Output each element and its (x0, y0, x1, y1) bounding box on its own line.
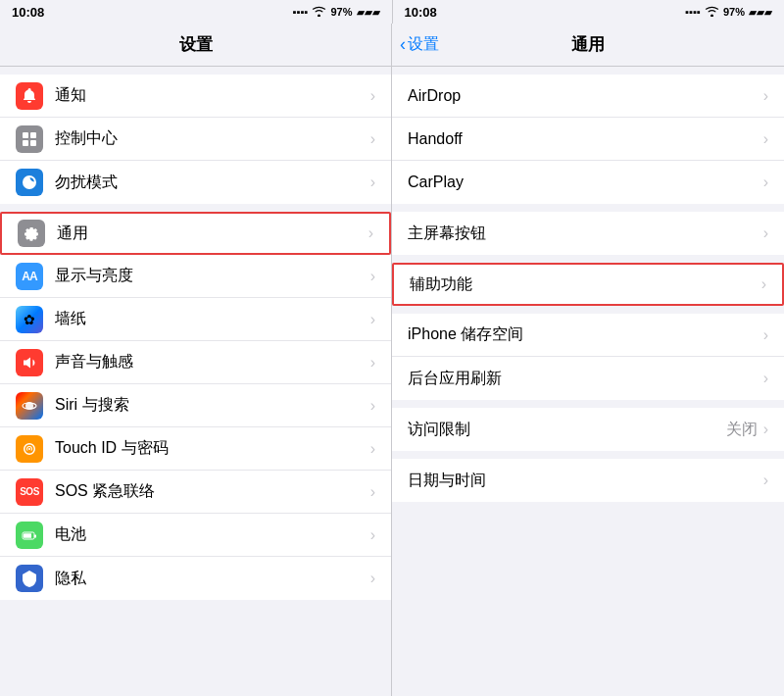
carplay-chevron: › (763, 174, 768, 191)
right-group-4: iPhone 储存空间 › 后台应用刷新 › (392, 314, 784, 400)
left-panel: 设置 通知 › 控制中心 › (0, 24, 392, 696)
settings-row-battery[interactable]: 电池 › (0, 514, 391, 557)
carplay-label: CarPlay (408, 174, 763, 191)
right-panel: ‹ 设置 通用 AirDrop › Handoff › CarPlay › (392, 24, 784, 696)
restrictions-value: 关闭 (726, 420, 758, 440)
sound-icon (16, 349, 43, 376)
back-button[interactable]: ‹ 设置 (400, 34, 439, 55)
siri-label: Siri 与搜索 (55, 395, 370, 416)
sos-label: SOS 紧急联络 (55, 481, 370, 502)
general-icon (18, 220, 45, 247)
left-nav-title: 设置 (179, 33, 213, 56)
settings-group-2: 通用 › AA 显示与亮度 › ✿ 墙纸 › 声音与触感 (0, 212, 391, 600)
storage-label: iPhone 储存空间 (408, 324, 763, 345)
settings-row-airdrop[interactable]: AirDrop › (392, 75, 784, 118)
wallpaper-chevron: › (370, 311, 375, 328)
settings-row-wallpaper[interactable]: ✿ 墙纸 › (0, 298, 391, 341)
battery-label: 电池 (55, 524, 370, 545)
home-button-chevron: › (763, 224, 768, 242)
notifications-icon (16, 82, 43, 110)
right-group-3: 辅助功能 › (392, 263, 784, 306)
right-panel-content: AirDrop › Handoff › CarPlay › 主屏幕按钮 › (392, 67, 784, 696)
left-wifi-icon (312, 5, 326, 19)
back-chevron-icon: ‹ (400, 35, 406, 53)
settings-row-general[interactable]: 通用 › (0, 212, 391, 255)
right-nav-title: 通用 (571, 33, 605, 56)
dnd-chevron: › (370, 174, 375, 191)
sound-label: 声音与触感 (55, 352, 370, 373)
touchid-icon (16, 435, 43, 463)
settings-row-datetime[interactable]: 日期与时间 › (392, 459, 784, 502)
right-group-2: 主屏幕按钮 › (392, 212, 784, 255)
settings-row-restrictions[interactable]: 访问限制 关闭 › (392, 408, 784, 451)
right-signal-icon: ▪▪▪▪ (685, 6, 701, 18)
airdrop-chevron: › (763, 87, 768, 105)
storage-chevron: › (763, 326, 768, 344)
settings-row-background-refresh[interactable]: 后台应用刷新 › (392, 357, 784, 400)
siri-icon (16, 392, 43, 420)
left-signal-icon: ▪▪▪▪ (293, 6, 309, 18)
right-battery-icon: ▰▰▰ (749, 7, 772, 18)
back-label: 设置 (408, 34, 439, 55)
sos-chevron: › (370, 483, 375, 501)
accessibility-label: 辅助功能 (410, 274, 761, 295)
settings-row-handoff[interactable]: Handoff › (392, 118, 784, 161)
display-label: 显示与亮度 (55, 266, 370, 286)
privacy-icon (16, 565, 43, 592)
left-nav-header: 设置 (0, 24, 391, 67)
svg-rect-3 (30, 140, 36, 146)
settings-group-1: 通知 › 控制中心 › 勿扰模式 › (0, 75, 391, 204)
settings-row-carplay[interactable]: CarPlay › (392, 161, 784, 204)
right-nav-header: ‹ 设置 通用 (392, 24, 784, 67)
handoff-label: Handoff (408, 130, 763, 148)
wallpaper-label: 墙纸 (55, 309, 370, 329)
general-chevron: › (368, 224, 373, 242)
settings-row-home-button[interactable]: 主屏幕按钮 › (392, 212, 784, 255)
settings-row-sos[interactable]: SOS SOS 紧急联络 › (0, 471, 391, 514)
siri-chevron: › (370, 397, 375, 415)
accessibility-chevron: › (761, 275, 766, 293)
general-label: 通用 (57, 224, 368, 244)
settings-row-control-center[interactable]: 控制中心 › (0, 118, 391, 161)
left-battery: 97% (330, 6, 352, 18)
touchid-label: Touch ID 与密码 (55, 438, 370, 459)
right-group-6: 日期与时间 › (392, 459, 784, 502)
settings-row-sound[interactable]: 声音与触感 › (0, 341, 391, 384)
battery-icon (16, 522, 43, 549)
svg-rect-7 (34, 534, 36, 537)
settings-row-siri[interactable]: Siri 与搜索 › (0, 384, 391, 427)
notifications-chevron: › (370, 87, 375, 105)
svg-rect-8 (24, 533, 31, 538)
privacy-label: 隐私 (55, 569, 370, 589)
handoff-chevron: › (763, 130, 768, 148)
touchid-chevron: › (370, 440, 375, 458)
svg-rect-1 (30, 132, 36, 138)
left-battery-icon: ▰▰▰ (357, 7, 380, 18)
settings-row-dnd[interactable]: 勿扰模式 › (0, 161, 391, 204)
restrictions-label: 访问限制 (408, 420, 726, 440)
settings-row-display[interactable]: AA 显示与亮度 › (0, 255, 391, 298)
settings-row-notifications[interactable]: 通知 › (0, 75, 391, 118)
svg-rect-2 (23, 140, 28, 146)
left-panel-content: 通知 › 控制中心 › 勿扰模式 › (0, 67, 391, 696)
display-chevron: › (370, 268, 375, 285)
home-button-label: 主屏幕按钮 (408, 224, 763, 244)
right-status-time: 10:08 (405, 5, 437, 20)
restrictions-chevron: › (763, 421, 768, 438)
wallpaper-icon: ✿ (16, 306, 43, 333)
settings-row-touchid[interactable]: Touch ID 与密码 › (0, 427, 391, 471)
settings-row-privacy[interactable]: 隐私 › (0, 557, 391, 600)
sound-chevron: › (370, 354, 375, 372)
svg-rect-0 (23, 132, 28, 138)
control-center-label: 控制中心 (55, 128, 370, 149)
airdrop-label: AirDrop (408, 87, 763, 105)
control-center-icon (16, 125, 43, 153)
control-center-chevron: › (370, 130, 375, 148)
dnd-icon (16, 169, 43, 196)
display-icon: AA (16, 263, 43, 290)
right-wifi-icon (705, 5, 719, 19)
background-refresh-chevron: › (763, 370, 768, 387)
settings-row-accessibility[interactable]: 辅助功能 › (392, 263, 784, 306)
right-group-1: AirDrop › Handoff › CarPlay › (392, 75, 784, 204)
settings-row-storage[interactable]: iPhone 储存空间 › (392, 314, 784, 357)
